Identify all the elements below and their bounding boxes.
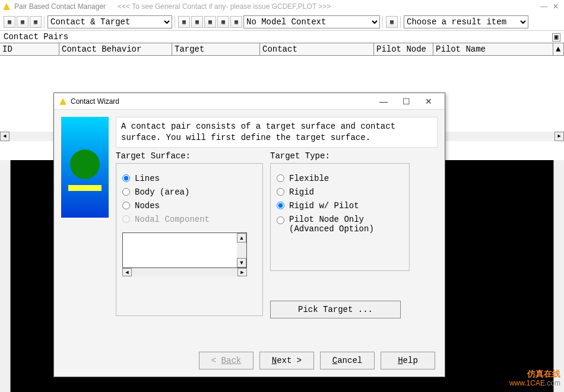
column-header-contact[interactable]: Contact: [260, 43, 374, 55]
column-header-id[interactable]: ID: [0, 43, 59, 55]
maximize-panel-icon[interactable]: ▣: [552, 33, 560, 42]
radio-nodal-component: Nodal Component: [122, 215, 256, 224]
toolbar-button-2[interactable]: ▦: [17, 16, 28, 28]
toolbar-separator: [400, 16, 401, 28]
target-surface-group: Lines Body (area) Nodes Nodal Compo: [116, 163, 263, 316]
target-type-group: Flexible Rigid Rigid w/ Pilot: [270, 163, 410, 271]
wizard-title: Contact Wizard: [71, 97, 119, 106]
toolbar-button-1[interactable]: ▦: [4, 16, 15, 28]
main-window-title: Pair Based Contact Manager: [14, 2, 106, 11]
toolbar-separator: [44, 16, 45, 28]
main-window-hint: <<< To see General Contact if any- pleas…: [118, 2, 331, 11]
radio-nodes[interactable]: Nodes: [122, 201, 256, 211]
toolbar-button-9[interactable]: ▦: [386, 16, 398, 28]
wizard-maximize-icon[interactable]: ☐: [395, 97, 417, 106]
toolbar-button-8[interactable]: ▦: [230, 16, 242, 28]
illustration-bar-icon: [68, 185, 102, 191]
help-button[interactable]: Help: [381, 352, 435, 369]
scroll-down-icon[interactable]: ▼: [237, 258, 246, 267]
radio-body[interactable]: Body (area): [122, 187, 256, 197]
radio-flexible-label: Flexible: [289, 174, 329, 183]
radio-nodes-input[interactable]: [122, 202, 130, 209]
radio-rigid-pilot-label: Rigid w/ Pilot: [289, 201, 359, 211]
next-button[interactable]: Next >: [259, 352, 314, 369]
minimize-icon[interactable]: —: [538, 2, 550, 11]
radio-pilot-only[interactable]: Pilot Node Only (Advanced Option): [277, 215, 403, 234]
close-icon[interactable]: ✕: [550, 2, 562, 11]
contact-wizard-dialog: Contact Wizard — ☐ ✕ A contact pair cons…: [53, 93, 445, 377]
ansys-logo-icon: [2, 2, 11, 11]
column-header-scroll[interactable]: ▲: [553, 43, 564, 55]
scroll-right-icon[interactable]: ►: [555, 132, 564, 141]
column-header-pilot-name[interactable]: Pilot Name: [433, 43, 553, 55]
model-context-combo[interactable]: No Model Context: [243, 15, 380, 28]
svg-marker-1: [59, 98, 66, 105]
radio-nodal-component-input: [122, 215, 130, 223]
main-window-title-bar: Pair Based Contact Manager <<< To see Ge…: [0, 0, 564, 13]
column-header-pilot-node[interactable]: Pilot Node: [374, 43, 433, 55]
radio-rigid[interactable]: Rigid: [277, 187, 403, 197]
wizard-footer: < Back Next > Cancel Help: [199, 352, 435, 369]
toolbar-separator: [175, 16, 176, 28]
radio-nodes-label: Nodes: [135, 201, 160, 211]
canvas-right-bar: [553, 160, 564, 392]
watermark-line2: www.1CAE.com: [509, 379, 560, 388]
listbox-content[interactable]: [123, 233, 237, 267]
toolbar-button-4[interactable]: ▦: [178, 16, 190, 28]
watermark-line1: 仿真在线: [509, 368, 560, 379]
radio-nodal-component-label: Nodal Component: [135, 215, 210, 224]
radio-rigid-label: Rigid: [289, 187, 314, 197]
wizard-title-bar[interactable]: Contact Wizard — ☐ ✕: [54, 93, 445, 110]
toolbar-button-7[interactable]: ▦: [217, 16, 229, 28]
scroll-right-icon[interactable]: ►: [237, 268, 247, 276]
listbox-hscroll[interactable]: ◄ ►: [122, 268, 247, 276]
toolbar-button-5[interactable]: ▦: [191, 16, 203, 28]
radio-flexible[interactable]: Flexible: [277, 174, 403, 183]
radio-pilot-only-label: Pilot Node Only (Advanced Option): [289, 215, 374, 234]
contact-pairs-label: Contact Pairs: [0, 31, 564, 43]
radio-body-input[interactable]: [122, 188, 130, 196]
component-listbox[interactable]: ▲ ▼: [122, 232, 247, 268]
radio-lines-label: Lines: [135, 174, 160, 183]
radio-pilot-only-input[interactable]: [277, 216, 284, 224]
wizard-minimize-icon[interactable]: —: [372, 97, 395, 106]
table-header-row: ID Contact Behavior Target Contact Pilot…: [0, 43, 564, 56]
contact-target-combo[interactable]: Contact & Target: [47, 15, 172, 28]
target-surface-label: Target Surface:: [116, 151, 263, 161]
listbox-vscroll[interactable]: ▲ ▼: [237, 233, 246, 267]
toolbar-button-6[interactable]: ▦: [204, 16, 216, 28]
wizard-close-icon[interactable]: ✕: [417, 97, 440, 106]
wizard-description: A contact pair consists of a target surf…: [116, 117, 438, 148]
scroll-left-icon[interactable]: ◄: [122, 268, 132, 276]
target-type-label: Target Type:: [270, 151, 410, 161]
toolbar: ▦ ▦ ▦ Contact & Target ▦ ▦ ▦ ▦ ▦ No Mode…: [0, 13, 564, 31]
radio-rigid-input[interactable]: [277, 188, 284, 196]
radio-lines[interactable]: Lines: [122, 174, 256, 183]
radio-rigid-pilot-input[interactable]: [277, 202, 284, 209]
column-header-contact-behavior[interactable]: Contact Behavior: [59, 43, 172, 55]
svg-marker-0: [3, 3, 10, 10]
radio-lines-input[interactable]: [122, 174, 130, 182]
back-button: < Back: [199, 352, 254, 369]
canvas-left-bar: [0, 160, 11, 392]
result-item-combo[interactable]: Choose a result item: [404, 15, 528, 28]
cancel-button[interactable]: Cancel: [320, 352, 375, 369]
illustration-circle-icon: [70, 149, 100, 179]
radio-body-label: Body (area): [135, 187, 189, 197]
scroll-left-icon[interactable]: ◄: [0, 132, 9, 141]
radio-rigid-pilot[interactable]: Rigid w/ Pilot: [277, 201, 403, 211]
source-watermark: 仿真在线 www.1CAE.com: [509, 368, 560, 388]
pick-target-button[interactable]: Pick Target ...: [270, 301, 401, 318]
wizard-illustration: [61, 117, 109, 218]
scroll-up-icon[interactable]: ▲: [237, 233, 246, 243]
toolbar-button-3[interactable]: ▦: [30, 16, 42, 28]
column-header-target[interactable]: Target: [172, 43, 260, 55]
toolbar-separator: [382, 16, 384, 28]
ansys-logo-icon: [59, 97, 67, 106]
radio-flexible-input[interactable]: [277, 174, 284, 182]
